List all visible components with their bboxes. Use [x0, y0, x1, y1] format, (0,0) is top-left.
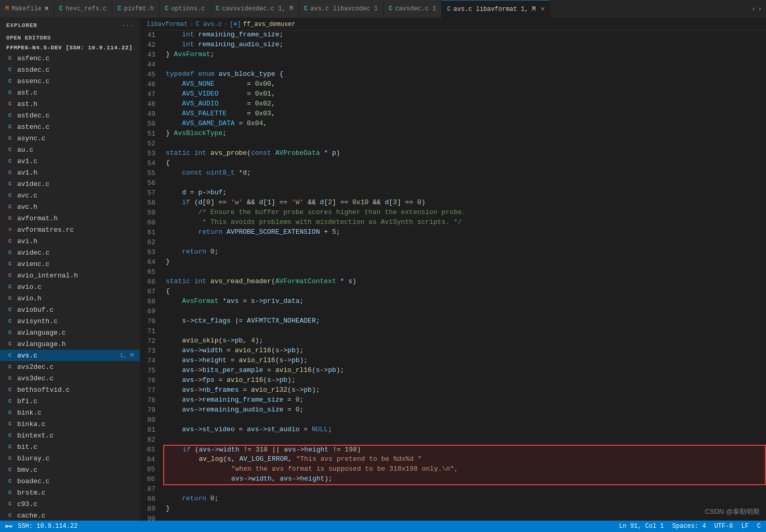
table-row: 66 static int avs_read_header(AVFormatCo…	[140, 277, 765, 287]
file-item[interactable]: C avienc.c	[0, 258, 140, 270]
file-item[interactable]: C bmv.c	[0, 464, 140, 475]
table-row: 65	[140, 268, 765, 277]
line-code: static int avs_probe(const AVProbeData *…	[164, 149, 765, 159]
file-item[interactable]: C bintext.c	[0, 430, 140, 441]
close-icon[interactable]: ×	[540, 5, 545, 14]
encoding-status: UTF-8	[714, 523, 733, 530]
tab-options[interactable]: C options.c	[160, 0, 210, 18]
file-item[interactable]: C assenc.c	[0, 75, 140, 87]
file-name: avi.h	[17, 237, 37, 245]
file-item[interactable]: C c93.c	[0, 498, 140, 510]
table-row: 56	[140, 179, 765, 189]
file-item[interactable]: C binka.c	[0, 418, 140, 430]
c-file-icon: C	[8, 135, 15, 141]
line-number: 78	[140, 396, 164, 406]
line-number: 67	[140, 287, 164, 297]
line-number: 88	[140, 495, 164, 504]
file-name: avformatres.rc	[17, 226, 74, 234]
file-name: astenc.c	[17, 123, 49, 131]
tab-cavsvideodec[interactable]: C cavsvideodec.c 1, M	[210, 0, 299, 18]
c-icon: C	[389, 5, 392, 12]
c-file-icon: C	[8, 364, 15, 370]
line-code: * This avoids problems with misdetection…	[164, 218, 765, 228]
file-item[interactable]: C assdec.c	[0, 64, 140, 75]
line-number: 74	[140, 356, 164, 366]
tab-avs-libavcodec[interactable]: C avs.c libavcodec 1	[299, 0, 384, 18]
c-file-icon: C	[8, 261, 15, 267]
tab-hevc-refs[interactable]: C hevc_refs.c	[54, 0, 112, 18]
file-item[interactable]: C cache.c	[0, 510, 140, 521]
table-row: 82	[140, 435, 765, 445]
file-name: bmv.c	[17, 466, 37, 474]
line-number: 52	[140, 139, 164, 149]
line-number: 41	[140, 31, 164, 41]
file-item[interactable]: C ast.c	[0, 87, 140, 98]
file-item[interactable]: C avlanguage.h	[0, 338, 140, 350]
file-item[interactable]: C bfi.c	[0, 395, 140, 407]
file-item[interactable]: C async.c	[0, 132, 140, 144]
table-row: 42 int remaining_audio_size;	[140, 41, 765, 50]
file-name: assdec.c	[17, 66, 49, 74]
tab-cavsdec[interactable]: C cavsdec.c 1	[384, 0, 442, 18]
file-item[interactable]: C bethsoftvid.c	[0, 384, 140, 395]
h-file-icon: C	[8, 295, 15, 301]
file-item[interactable]: C av1.h	[0, 167, 140, 178]
file-item[interactable]: C bink.c	[0, 407, 140, 418]
file-item[interactable]: C avidec.c	[0, 247, 140, 258]
file-item[interactable]: C bit.c	[0, 441, 140, 453]
line-number: 46	[140, 80, 164, 90]
line-code: avs->bits_per_sample = avio_rl16(s->pb);	[164, 366, 765, 376]
more-icon[interactable]: ···	[122, 22, 134, 29]
file-item[interactable]: C avs2dec.c	[0, 361, 140, 373]
file-item[interactable]: C avc.h	[0, 201, 140, 212]
spaces-status: Spaces: 4	[672, 523, 706, 530]
file-item[interactable]: C avisynth.c	[0, 315, 140, 327]
tab-avs-libavformat[interactable]: C avs.c libavformat 1, M ×	[442, 0, 550, 18]
file-item[interactable]: C avi.h	[0, 235, 140, 247]
line-number: 79	[140, 406, 164, 416]
file-item[interactable]: C avlanguage.c	[0, 327, 140, 338]
file-item[interactable]: C av1dec.c	[0, 178, 140, 190]
file-item[interactable]: C bluray.c	[0, 453, 140, 464]
rc-file-icon: ≡	[8, 227, 15, 233]
tab-makefile[interactable]: M Makefile M	[0, 0, 54, 18]
file-name: avidec.c	[17, 249, 49, 257]
file-item[interactable]: ≡ avformatres.rc	[0, 224, 140, 235]
line-code: }	[164, 258, 765, 268]
file-item[interactable]: C avc.c	[0, 190, 140, 201]
line-code: static int avs_read_header(AVFormatConte…	[164, 277, 765, 287]
file-item[interactable]: C astenc.c	[0, 121, 140, 132]
file-item[interactable]: C brstm.c	[0, 487, 140, 498]
file-item[interactable]: C avio.c	[0, 281, 140, 292]
h-file-icon: C	[8, 272, 15, 278]
line-number: 80	[140, 416, 164, 425]
file-item-avs-c[interactable]: C avs.c 1, M	[0, 350, 140, 361]
table-row: 63 return 0;	[140, 248, 765, 258]
chevron-right-icon[interactable]: ›	[758, 5, 762, 13]
file-item[interactable]: C asfenc.c	[0, 52, 140, 64]
file-item[interactable]: C avio_internal.h	[0, 270, 140, 281]
bc-libavformat: libavformat	[147, 21, 188, 28]
file-item[interactable]: C avs3dec.c	[0, 373, 140, 384]
code-editor[interactable]: 41 int remaining_frame_size; 42 int rema…	[140, 31, 766, 521]
line-code: if (avs->width != 318 || avs->height != …	[164, 445, 765, 455]
line-code: return AVPROBE_SCORE_EXTENSION + 5;	[164, 228, 765, 238]
file-item[interactable]: C boadec.c	[0, 475, 140, 487]
file-item[interactable]: C aviobuf.c	[0, 304, 140, 315]
file-item[interactable]: C avio.h	[0, 292, 140, 304]
line-code	[164, 238, 765, 248]
tab-pixfmt[interactable]: C pixfmt.h	[112, 0, 160, 18]
table-row: 90	[140, 514, 765, 521]
line-code: "when the avs format is supposed to be 3…	[164, 465, 765, 475]
file-item[interactable]: C au.c	[0, 144, 140, 155]
file-item[interactable]: C astdec.c	[0, 110, 140, 121]
chevron-left-icon[interactable]: ‹	[751, 5, 756, 13]
line-code: avs->height = avio_rl16(s->pb);	[164, 356, 765, 366]
file-item[interactable]: C ast.h	[0, 98, 140, 110]
line-number: 82	[140, 435, 164, 445]
file-item[interactable]: C avformat.h	[0, 212, 140, 224]
line-code: }	[164, 504, 765, 514]
line-number: 83	[140, 445, 164, 455]
table-row: 48 AVS_AUDIO = 0x02,	[140, 100, 765, 110]
file-item[interactable]: C av1.c	[0, 155, 140, 167]
